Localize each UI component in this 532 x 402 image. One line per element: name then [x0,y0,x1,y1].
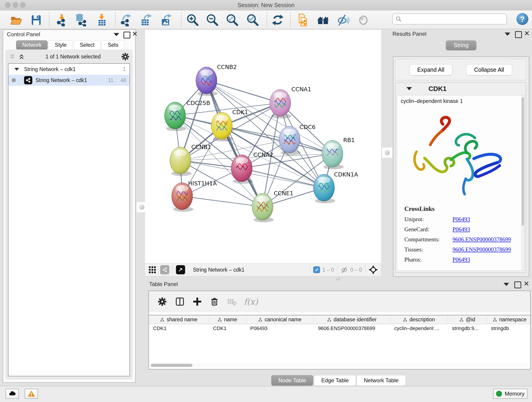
search-field[interactable] [392,13,507,25]
node-RB1[interactable]: RB1 [322,137,355,169]
edge-HIST1H1A-CCNE1[interactable] [182,196,263,207]
results-scrollbar-thumb[interactable] [522,97,524,225]
collapse-row-icon[interactable] [14,68,19,70]
export-table-icon[interactable] [139,13,153,27]
edge-CCNA2-CDKN1A[interactable] [242,168,324,188]
network-graph[interactable]: CCNB2CCNA1CDC25BCDK1CDC6RB1CCNB1CCNA2CDK… [145,30,381,263]
network-options-gear-icon[interactable] [121,52,129,61]
import-network-database-icon[interactable] [74,13,89,27]
string-style-icon[interactable] [160,265,169,274]
warnings-button[interactable] [25,389,38,399]
crosslink-link[interactable]: P06493 [452,216,470,223]
node-CDC25B[interactable]: CDC25B [165,100,210,131]
tab-network[interactable]: Network [16,40,48,50]
search-input[interactable] [402,16,506,22]
delete-column-icon[interactable] [210,297,219,306]
column-header-database-identifier[interactable]: database identifier [314,315,390,324]
column-header-shared-name[interactable]: shared name [149,315,209,324]
help-icon[interactable]: ? [516,13,528,25]
node-CCNB2[interactable]: CCNB2 [196,64,237,96]
column-header-name[interactable]: name [209,315,246,324]
panel-menu-icon[interactable] [504,283,509,286]
results-scrollbar[interactable] [521,95,524,270]
node-CCNE1[interactable]: CCNE1 [252,190,293,222]
open-session-icon[interactable] [9,13,23,27]
show-columns-icon[interactable] [175,297,185,306]
sort-column-icon[interactable] [218,318,222,322]
zoom-out-icon[interactable] [205,13,220,27]
collapse-all-chevron-icon[interactable] [9,53,16,60]
import-network-file-icon[interactable] [55,13,69,27]
cell-canonical-name[interactable]: P06493 [246,324,314,333]
sort-column-icon[interactable] [459,318,463,322]
save-session-icon[interactable] [29,13,44,27]
edge-CCNB2-CCNE1[interactable] [206,80,263,207]
cell-description[interactable]: cyclin–dependent ... [390,324,448,333]
tab-sets[interactable]: Sets [101,40,124,50]
edge-CCNB2-CCNA1[interactable] [206,80,280,103]
node-CDK1[interactable]: CDK1 [211,109,248,141]
sort-column-icon[interactable] [160,318,164,322]
import-table-file-icon[interactable] [94,13,109,27]
crosslink-link[interactable]: P06493 [452,256,470,263]
table-row[interactable]: CDK1CDK1P064939606.ENSP00000378699cyclin… [149,324,530,333]
sort-column-icon[interactable] [258,318,262,322]
cell-namespace[interactable]: stringdb [487,324,532,333]
export-network-icon[interactable] [119,13,133,27]
sort-column-icon[interactable] [493,318,497,322]
close-panel-icon[interactable]: ✕ [132,31,138,37]
selected-checkbox-icon[interactable] [313,266,320,273]
sort-column-icon[interactable] [403,318,407,322]
float-panel-icon[interactable] [514,281,521,288]
panel-menu-icon[interactable] [114,33,119,36]
refresh-icon[interactable] [270,13,285,27]
network-collection-row[interactable]: String Network – cdk1 1 [8,64,129,75]
hide-panel-eye-icon[interactable] [336,13,351,27]
expand-all-chevron-icon[interactable] [18,53,25,60]
table-horizontal-scrollbar[interactable] [150,364,529,367]
cell-shared-name[interactable]: CDK1 [149,324,209,333]
tab-style[interactable]: Style [49,40,73,50]
tab-edge-table[interactable]: Edge Table [314,375,356,386]
sort-column-icon[interactable] [327,318,331,322]
collapse-entry-icon[interactable] [406,87,412,90]
network-row-selected[interactable]: String Network – cdk1 11 48 [8,75,129,86]
open-in-new-window-icon[interactable] [176,265,185,274]
scrollbar-thumb[interactable] [151,364,192,367]
cell-id[interactable]: stringdb:9... [448,324,487,333]
float-panel-icon[interactable] [123,32,130,38]
node-CCNB1[interactable]: CCNB1 [170,144,211,176]
collapse-all-button[interactable]: Collapse All [466,64,512,75]
show-panel-eye-icon[interactable] [356,13,371,27]
zoom-in-icon[interactable] [185,13,200,27]
network-canvas[interactable]: CCNB2CCNA1CDC25BCDK1CDC6RB1CCNB1CCNA2CDK… [145,30,381,263]
node-CCNA1[interactable]: CCNA1 [270,86,311,119]
column-header-description[interactable]: description [390,315,448,324]
cell-name[interactable]: CDK1 [209,324,246,333]
tab-node-table[interactable]: Node Table [271,375,313,386]
tab-network-table[interactable]: Network Table [357,375,406,386]
expand-all-button[interactable]: Expand All [409,64,452,75]
column-header-canonical-name[interactable]: canonical name [246,315,314,324]
column-header-id[interactable]: @id [448,315,487,324]
export-image-icon[interactable] [158,13,173,27]
add-column-icon[interactable] [192,297,202,306]
node-HIST1H1A[interactable]: HIST1H1A [172,180,217,212]
tab-select[interactable]: Select [74,40,101,50]
cloud-status-button[interactable] [6,389,19,399]
home-icon[interactable] [316,13,331,27]
panel-menu-icon[interactable] [505,32,510,36]
column-header-namespace[interactable]: namespace [487,315,532,324]
birdseye-view-icon[interactable] [148,266,157,274]
zoom-selected-icon[interactable] [245,13,260,27]
crosslink-link[interactable]: P06493 [452,226,470,233]
center-view-crosshair-icon[interactable] [369,265,378,274]
zoom-fit-icon[interactable] [225,13,239,27]
memory-button[interactable]: Memory [493,389,527,399]
node-CDKN1A[interactable]: CDKN1A [313,171,358,203]
crosslink-link[interactable]: 9606.ENSP00000378699 [452,236,511,243]
share-document-icon[interactable] [296,13,310,27]
tab-string[interactable]: String [446,40,476,50]
cell-database-identifier[interactable]: 9606.ENSP00000378699 [314,324,390,333]
close-panel-icon[interactable]: ✕ [524,31,530,36]
